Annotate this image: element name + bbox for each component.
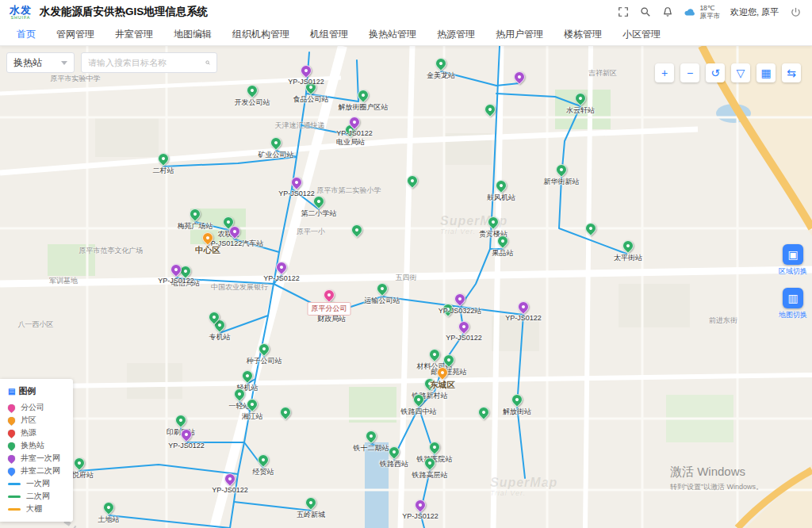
legend-label: 片区 <box>21 415 36 426</box>
legend-line-icon <box>8 508 21 511</box>
legend-item-大棚[interactable]: 大棚 <box>8 503 65 515</box>
legend-item-片区[interactable]: 片区 <box>8 414 65 427</box>
area-switch-icon: ▣ <box>783 244 803 265</box>
area-switch-button[interactable]: ▣区域切换 <box>779 244 807 277</box>
marker-label: 原平分公司 <box>308 302 351 316</box>
map-search-input[interactable] <box>88 58 201 67</box>
marker-label: 梅苑广场站 <box>178 221 213 231</box>
zoom-in-button[interactable]: + <box>655 63 674 82</box>
marker-label: 专机站 <box>209 332 231 342</box>
marker-label: 湘江站 <box>242 411 263 422</box>
reset-view-button[interactable]: ↺ <box>706 63 725 82</box>
marker-label: 太平街站 <box>614 253 642 263</box>
tab-热用户管理[interactable]: 热用户管理 <box>485 24 553 45</box>
tab-机组管理[interactable]: 机组管理 <box>300 24 358 45</box>
bell-icon[interactable] <box>661 6 673 18</box>
legend-label: 换热站 <box>21 440 44 451</box>
shuifa-logo: 水发 SHUIFA <box>10 5 32 20</box>
legend-title: 图例 <box>18 385 36 397</box>
tab-小区管理[interactable]: 小区管理 <box>612 24 671 45</box>
measure-button[interactable]: ⇆ <box>782 63 801 82</box>
marker-label: 金美龙站 <box>427 71 455 81</box>
legend-item-井室二次网[interactable]: 井室二次网 <box>8 465 65 477</box>
page-title: 水发能源盾安供热GIS地理信息系统 <box>40 5 208 19</box>
welcome-text: 欢迎您, 原平 <box>730 6 779 18</box>
cloud-icon <box>684 7 696 17</box>
tab-热源管理[interactable]: 热源管理 <box>427 24 485 45</box>
marker-label: 经贸站 <box>253 467 274 477</box>
zoom-out-button[interactable]: − <box>680 63 699 82</box>
logout-icon[interactable] <box>789 6 802 19</box>
tab-地图编辑[interactable]: 地图编辑 <box>163 24 222 45</box>
legend-item-分公司[interactable]: 分公司 <box>8 401 65 414</box>
legend-item-二次网[interactable]: 二次网 <box>8 490 65 503</box>
marker-label: YP-JS0122 <box>278 189 315 197</box>
layer-type-select[interactable]: 换热站 <box>6 52 75 73</box>
marker-label: YP-JS0122 <box>168 442 205 450</box>
marker-label: 东城区 <box>430 380 455 391</box>
legend-label: 井室二次网 <box>21 465 60 476</box>
legend-icon: ▤ <box>8 387 15 396</box>
search-icon[interactable] <box>639 6 651 18</box>
marker-label: 电业局站 <box>336 137 365 147</box>
tab-管网管理[interactable]: 管网管理 <box>46 24 105 45</box>
marker-label: 开发公司站 <box>235 98 270 108</box>
legend-line-icon <box>8 483 21 485</box>
map-switch-button[interactable]: ▥地图切换 <box>779 288 807 320</box>
marker-label: YP-JS0122 <box>505 314 542 322</box>
marker-label: YP-JS0122 <box>263 274 300 282</box>
marker-label: YP-JS0122 <box>446 334 482 342</box>
marker-label: 土地站 <box>98 515 120 525</box>
marker-label: YP-JS0122 <box>402 512 439 520</box>
marker-label: 种子公司站 <box>247 356 282 366</box>
legend-line-icon <box>8 495 21 498</box>
legend-label: 二次网 <box>26 491 50 502</box>
legend-item-井室一次网[interactable]: 井室一次网 <box>8 452 65 465</box>
legend-label: 大棚 <box>26 503 42 515</box>
marker-label: 五岭新城 <box>297 510 325 520</box>
app-header: 水发 SHUIFA 水发能源盾安供热GIS地理信息系统 18℃ 原平市 欢迎您,… <box>0 0 812 24</box>
marker-label: 第二小学站 <box>301 209 337 219</box>
marker-label: YP-JS0122 <box>212 486 248 494</box>
tab-换热站管理[interactable]: 换热站管理 <box>358 24 427 45</box>
marker-label: 铁路西站 <box>380 459 408 469</box>
legend-item-热源[interactable]: 热源 <box>8 427 65 439</box>
marker-label: YP-JS0122 <box>158 277 194 285</box>
search-icon[interactable] <box>205 58 210 67</box>
fullscreen-icon[interactable] <box>617 6 629 18</box>
legend-panel: ▤ 图例 分公司片区热源换热站井室一次网井室二次网一次网二次网大棚 <box>0 379 73 522</box>
tab-楼栋管理[interactable]: 楼栋管理 <box>553 24 612 45</box>
pipe-network-layer <box>0 46 812 528</box>
marker-label: 果品站 <box>492 248 514 258</box>
legend-item-一次网[interactable]: 一次网 <box>8 477 65 490</box>
legend-pin-icon <box>6 466 17 476</box>
legend-pin-icon <box>6 403 17 413</box>
marker-label: 中心区 <box>195 245 220 256</box>
temperature: 18℃ <box>699 4 720 12</box>
legend-pin-icon <box>6 415 17 426</box>
marker-label: 解放街站 <box>503 407 531 417</box>
legend-label: 热源 <box>21 427 36 438</box>
tab-井室管理[interactable]: 井室管理 <box>105 24 163 45</box>
marker-label: YP-JS0122 <box>288 78 324 86</box>
marker-label: 二村站 <box>153 166 174 176</box>
marker-label: 矿业公司站 <box>259 150 294 160</box>
side-tools: ▣区域切换▥地图切换 <box>779 244 807 320</box>
filter-button[interactable]: ▽ <box>731 63 750 82</box>
tab-首页[interactable]: 首页 <box>6 24 46 45</box>
legend-pin-icon <box>6 453 17 464</box>
layers-button[interactable]: ▦ <box>756 63 776 82</box>
marker-label: 新华街新站 <box>544 177 580 187</box>
marker-label: YP-JS0322站 <box>439 306 482 316</box>
map-canvas[interactable]: SuperMap Trial Ver. SuperMap Trial Ver. … <box>0 46 812 528</box>
legend-label: 一次网 <box>26 478 50 489</box>
legend-item-换热站[interactable]: 换热站 <box>8 439 65 452</box>
legend-pin-icon <box>6 428 17 438</box>
legend-label: 井室一次网 <box>21 453 60 464</box>
tab-组织机构管理[interactable]: 组织机构管理 <box>222 24 300 45</box>
legend-pin-icon <box>6 441 17 451</box>
marker-label: 解放街圈户区站 <box>339 102 389 113</box>
map-switch-icon: ▥ <box>783 288 803 308</box>
marker-label: 运输公司站 <box>365 296 400 306</box>
marker-label: 铁路高层站 <box>412 470 448 480</box>
